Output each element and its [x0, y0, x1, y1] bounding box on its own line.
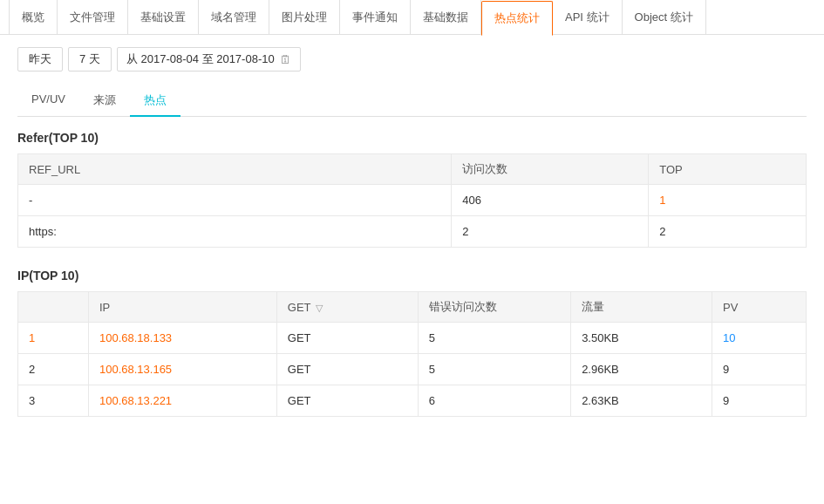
table-row: 1 100.68.18.133 GET 5 3.50KB 10: [18, 323, 807, 354]
flow-cell: 2.63KB: [571, 385, 712, 417]
get-method-cell: GET: [276, 323, 418, 354]
ip-cell: 100.68.18.133: [88, 323, 276, 354]
get-method-cell: GET: [276, 385, 418, 417]
rank-cell: 3: [18, 385, 89, 417]
nav-item-overview[interactable]: 概览: [9, 0, 58, 35]
flow-cell: 3.50KB: [571, 323, 712, 354]
pv-cell: 9: [712, 354, 807, 385]
flow-cell: 2.96KB: [571, 354, 712, 385]
rank-link[interactable]: 1: [29, 331, 35, 344]
tab-source[interactable]: 来源: [79, 85, 130, 117]
refer-col-visits: 访问次数: [452, 154, 649, 185]
ip-col-flow: 流量: [571, 292, 712, 323]
table-row: https: 2 2: [18, 216, 807, 248]
error-visits-cell: 6: [418, 385, 570, 417]
date-range-text: 从 2017-08-04 至 2017-08-10: [126, 51, 275, 67]
date-range-picker[interactable]: 从 2017-08-04 至 2017-08-10 🗓: [117, 47, 301, 72]
ip-title: IP(TOP 10): [17, 269, 807, 283]
tab-bar: PV/UV 来源 热点: [17, 85, 807, 117]
nav-item-event-notify[interactable]: 事件通知: [340, 0, 411, 35]
pv-cell: 9: [712, 385, 807, 417]
ip-address-link[interactable]: 100.68.13.165: [99, 363, 172, 376]
ip-section: IP(TOP 10) IP GET ▽ 错误访问次数 流量 PV: [17, 269, 807, 417]
yesterday-button[interactable]: 昨天: [17, 47, 63, 72]
refer-url-cell: https:: [18, 216, 452, 248]
nav-item-api-stats[interactable]: API 统计: [553, 0, 623, 35]
top-navigation: 概览 文件管理 基础设置 域名管理 图片处理 事件通知 基础数据 热点统计 AP…: [0, 0, 824, 35]
ip-col-rank: [18, 292, 89, 323]
ip-table-header: IP GET ▽ 错误访问次数 流量 PV: [18, 292, 807, 323]
week-button[interactable]: 7 天: [68, 47, 112, 72]
ip-col-pv: PV: [712, 292, 807, 323]
ip-cell: 100.68.13.221: [88, 385, 276, 417]
refer-url-cell: -: [18, 185, 452, 216]
tab-pvuv[interactable]: PV/UV: [17, 85, 79, 117]
table-row: 2 100.68.13.165 GET 5 2.96KB 9: [18, 354, 807, 385]
nav-item-object-stats[interactable]: Object 统计: [623, 0, 706, 35]
main-content: 昨天 7 天 从 2017-08-04 至 2017-08-10 🗓 PV/UV…: [0, 35, 824, 450]
top-cell: 1: [649, 185, 807, 216]
filter-icon[interactable]: ▽: [316, 303, 323, 313]
ip-col-get: GET ▽: [276, 292, 418, 323]
ip-col-ip: IP: [88, 292, 276, 323]
refer-col-top: TOP: [649, 154, 807, 185]
ip-cell: 100.68.13.165: [88, 354, 276, 385]
table-row: - 406 1: [18, 185, 807, 216]
ip-table: IP GET ▽ 错误访问次数 流量 PV 1 100.68.18.1: [17, 291, 807, 417]
nav-item-image-proc[interactable]: 图片处理: [269, 0, 340, 35]
nav-item-domain-mgmt[interactable]: 域名管理: [199, 0, 269, 35]
pv-cell: 10: [712, 323, 807, 354]
top-link[interactable]: 1: [659, 194, 665, 207]
nav-item-hotspot-stats[interactable]: 热点统计: [481, 1, 553, 36]
ip-address-link[interactable]: 100.68.13.221: [99, 394, 172, 407]
top-cell: 2: [649, 216, 807, 248]
nav-item-basic-data[interactable]: 基础数据: [411, 0, 481, 35]
ip-address-link[interactable]: 100.68.18.133: [99, 331, 172, 344]
filter-row: 昨天 7 天 从 2017-08-04 至 2017-08-10 🗓: [17, 47, 807, 72]
rank-cell: 2: [18, 354, 89, 385]
refer-table: REF_URL 访问次数 TOP - 406 1 https: 2 2: [17, 153, 807, 248]
pv-link[interactable]: 10: [723, 331, 735, 344]
table-row: 3 100.68.13.221 GET 6 2.63KB 9: [18, 385, 807, 417]
ip-col-error-visits: 错误访问次数: [418, 292, 570, 323]
nav-item-basic-settings[interactable]: 基础设置: [128, 0, 199, 35]
refer-table-header: REF_URL 访问次数 TOP: [18, 154, 807, 185]
calendar-icon: 🗓: [280, 53, 291, 66]
visit-count-cell: 2: [452, 216, 649, 248]
visit-count-cell: 406: [452, 185, 649, 216]
refer-col-ref-url: REF_URL: [18, 154, 452, 185]
get-method-cell: GET: [276, 354, 418, 385]
error-visits-cell: 5: [418, 354, 570, 385]
refer-section: Refer(TOP 10) REF_URL 访问次数 TOP - 406 1: [17, 131, 807, 248]
error-visits-cell: 5: [418, 323, 570, 354]
tab-hotspot[interactable]: 热点: [130, 85, 180, 117]
refer-title: Refer(TOP 10): [17, 131, 807, 145]
rank-cell: 1: [18, 323, 89, 354]
nav-item-file-mgmt[interactable]: 文件管理: [58, 0, 128, 35]
